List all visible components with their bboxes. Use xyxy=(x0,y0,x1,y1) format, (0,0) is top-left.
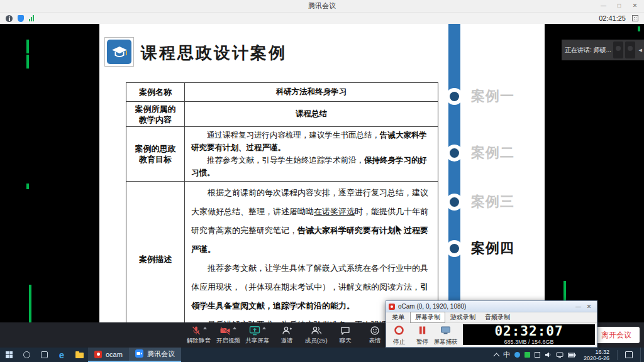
mic-muted-icon xyxy=(191,326,201,337)
row-label: 案例名称 xyxy=(126,83,185,102)
edge-button[interactable]: e xyxy=(53,348,70,362)
ocam-titlebar[interactable]: oCam (0, 0, 1920, 1080) — ✕ xyxy=(386,301,597,312)
ocam-stop-button[interactable]: 停止 xyxy=(387,323,411,347)
search-button[interactable] xyxy=(18,348,35,362)
taskbar-app-label: 腾讯会议 xyxy=(147,349,175,359)
table-row: 案例的思政 教育目标 通过课程复习进行内容梳理，建议学生书面总结，告诫大家科学研… xyxy=(126,127,438,182)
ocam-tab-screen-record[interactable]: 屏幕录制 xyxy=(410,312,445,323)
network-button[interactable] xyxy=(556,352,564,358)
green-marker xyxy=(638,26,640,31)
info-icon[interactable] xyxy=(6,15,13,22)
speaking-label: 正在讲话: 师硕... xyxy=(562,46,611,55)
leave-meeting-button[interactable]: 离开会议 xyxy=(593,327,640,343)
caret-up-icon[interactable] xyxy=(233,327,236,329)
start-button[interactable] xyxy=(0,348,18,362)
ime-indicator[interactable]: 中 xyxy=(503,350,510,359)
ocam-pause-button[interactable]: 暂停 xyxy=(411,323,434,347)
taskbar-clock[interactable]: 16:32 2020-6-26 xyxy=(580,349,613,361)
pause-icon xyxy=(417,325,428,338)
caret-up-icon[interactable] xyxy=(262,327,266,329)
unmute-button[interactable]: 解除静音 xyxy=(186,326,211,345)
stop-record-icon xyxy=(394,325,404,338)
taskbar-app-label: ocam xyxy=(106,351,123,358)
clock-date: 2020-6-26 xyxy=(584,355,609,361)
windows-logo-icon xyxy=(6,351,13,358)
caret-up-icon[interactable] xyxy=(203,327,207,329)
members-button[interactable]: 成员(25) xyxy=(304,326,329,345)
nav-case-4[interactable]: 案例四 xyxy=(446,239,514,258)
video-thumbnail xyxy=(613,41,623,58)
start-video-button[interactable]: 开启视频 xyxy=(216,326,241,345)
ocam-menu-button[interactable]: 菜单 xyxy=(386,313,410,322)
meeting-header: 02:41:25 xyxy=(0,12,644,24)
screen-capture-icon xyxy=(440,325,451,338)
emoji-button[interactable]: 表情 xyxy=(362,326,387,345)
taskbar-app-ocam[interactable]: ocam xyxy=(88,348,129,362)
row-value: 课程总结 xyxy=(185,102,438,127)
clock-time: 16:32 xyxy=(595,349,609,355)
taskbar-app-meeting[interactable]: 腾讯会议 xyxy=(129,348,181,362)
ocam-close-button[interactable]: ✕ xyxy=(584,304,594,310)
row-label: 案例所属的 教学内容 xyxy=(126,102,185,127)
nav-dot-icon xyxy=(446,240,463,257)
volume-button[interactable] xyxy=(545,351,552,358)
ocam-capture-button[interactable]: 屏幕捕获 xyxy=(434,323,457,347)
share-screen-icon xyxy=(249,326,260,337)
ocam-icon xyxy=(94,351,102,358)
green-marker xyxy=(26,40,29,53)
table-row: 案例名称 科研方法和终身学习 xyxy=(126,83,438,102)
ocam-app-icon xyxy=(389,304,395,310)
wechat-icon xyxy=(525,352,530,358)
header-right: 02:41:25 xyxy=(599,14,644,22)
battery-indicator[interactable] xyxy=(568,353,576,358)
button-label: 停止 xyxy=(393,338,405,345)
nav-case-2[interactable]: 案例二 xyxy=(446,143,514,162)
invite-button[interactable]: 邀请 xyxy=(274,326,299,345)
tray-app-icon[interactable] xyxy=(514,352,520,358)
button-label: 表情 xyxy=(369,337,380,345)
ocam-minimize-button[interactable]: — xyxy=(573,304,584,310)
ocam-window-title: oCam (0, 0, 1920, 1080) xyxy=(398,303,573,310)
maximize-button[interactable]: □ xyxy=(611,0,627,12)
ocam-window: oCam (0, 0, 1920, 1080) — ✕ 菜单 屏幕录制 游戏录制… xyxy=(386,300,597,348)
fullscreen-icon[interactable] xyxy=(632,15,638,21)
button-label: 邀请 xyxy=(280,337,292,345)
collapse-arrow-icon[interactable]: ◀ xyxy=(637,48,644,53)
file-explorer-button[interactable] xyxy=(70,348,88,362)
share-screen-button[interactable]: 共享屏幕 xyxy=(245,326,270,345)
close-button[interactable]: ✕ xyxy=(627,0,643,12)
nav-case-1[interactable]: 案例一 xyxy=(446,87,514,106)
minimize-button[interactable]: — xyxy=(596,0,611,12)
shield-icon[interactable] xyxy=(18,15,24,22)
show-desktop-button[interactable] xyxy=(640,348,643,362)
row-label: 案例的思政 教育目标 xyxy=(126,127,185,182)
chevron-up-icon xyxy=(494,353,500,359)
task-view-icon xyxy=(41,351,48,358)
tray-app-icon[interactable] xyxy=(535,352,540,358)
tray-expand-button[interactable] xyxy=(494,352,499,358)
search-icon xyxy=(23,351,30,358)
action-center-button[interactable] xyxy=(625,351,633,358)
mouse-cursor xyxy=(395,224,403,238)
invite-icon xyxy=(281,326,292,337)
button-label: 开启视频 xyxy=(216,337,240,345)
row-label: 案例描述 xyxy=(126,182,185,337)
desktop-screen: 课程思政设计案例 案例名称 科研方法和终身学习 案例所属的 教学内容 课程总结 xyxy=(0,0,644,362)
tray-app-icon[interactable] xyxy=(525,352,530,358)
button-label: 屏幕捕获 xyxy=(434,338,458,345)
task-view-button[interactable] xyxy=(35,348,53,362)
slide-nav-bar xyxy=(448,24,460,322)
case-table: 案例名称 科研方法和终身学习 案例所属的 教学内容 课程总结 案例的思政 教育目… xyxy=(126,82,438,337)
camera-off-icon xyxy=(219,326,231,337)
ocam-tab-game-record[interactable]: 游戏录制 xyxy=(446,312,480,322)
chat-button[interactable]: 聊天 xyxy=(333,326,358,345)
button-label: 成员(25) xyxy=(305,337,328,345)
slide-logo xyxy=(104,37,134,67)
slide-title: 课程思政设计案例 xyxy=(141,42,287,64)
nav-label: 案例一 xyxy=(471,87,514,106)
nav-case-3[interactable]: 案例三 xyxy=(446,192,514,211)
ocam-tab-audio-record[interactable]: 音频录制 xyxy=(480,312,514,322)
button-label: 暂停 xyxy=(416,338,428,345)
graduation-cap-icon xyxy=(107,40,131,64)
nav-label: 案例二 xyxy=(471,143,514,162)
